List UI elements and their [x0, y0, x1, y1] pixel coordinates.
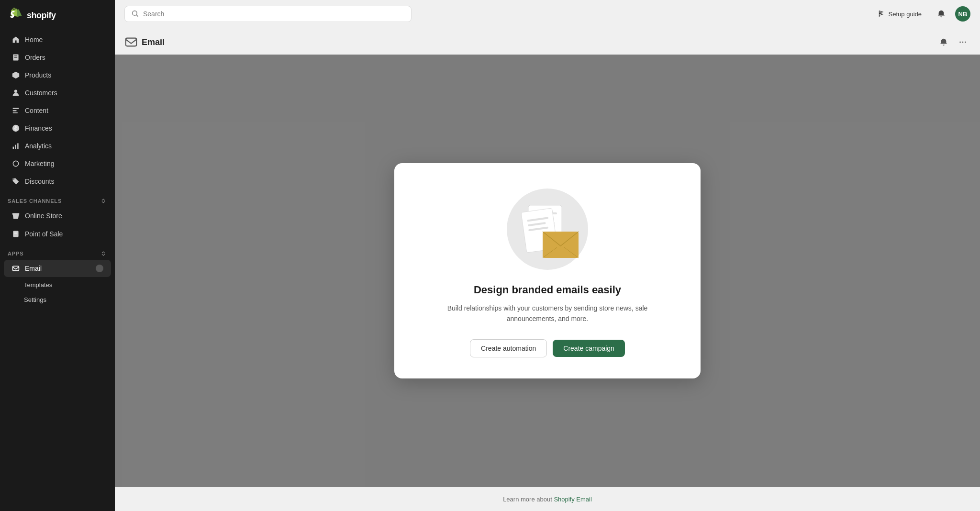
sidebar: shopify Home Orders Products Customers	[0, 0, 115, 511]
dialog-actions: Create automation Create campaign	[470, 339, 625, 357]
bell-icon	[937, 10, 946, 18]
header-bell-button[interactable]	[936, 34, 951, 50]
analytics-icon	[11, 142, 20, 150]
apps-section[interactable]: Apps	[0, 243, 115, 259]
search-icon	[132, 10, 139, 18]
sales-channels-section[interactable]: Sales channels	[0, 190, 115, 207]
page-header: Email	[115, 28, 980, 55]
sidebar-item-pos[interactable]: Point of Sale	[4, 225, 111, 243]
pos-icon	[11, 230, 20, 238]
page-title: Email	[142, 37, 165, 47]
svg-rect-16	[13, 266, 19, 271]
page-header-actions	[936, 34, 970, 50]
sidebar-sub-item-templates[interactable]: Templates	[4, 278, 111, 292]
app-logo[interactable]: shopify	[0, 0, 115, 31]
sidebar-nav: Home Orders Products Customers Content	[0, 31, 115, 190]
sidebar-item-products[interactable]: Products	[4, 67, 111, 84]
topbar: Setup guide NB	[115, 0, 980, 28]
svg-rect-5	[13, 110, 17, 111]
expand-icon	[100, 197, 107, 205]
sidebar-sub-item-settings[interactable]: Settings	[4, 293, 111, 307]
dialog-title: Design branded emails easily	[474, 284, 621, 296]
sidebar-item-finances[interactable]: Finances	[4, 120, 111, 137]
email-nav-icon	[11, 264, 20, 273]
svg-point-19	[959, 42, 961, 43]
content-icon	[11, 106, 20, 115]
sidebar-item-orders[interactable]: Orders	[4, 49, 111, 66]
svg-rect-4	[13, 108, 19, 109]
svg-point-14	[15, 235, 16, 236]
flag-icon	[878, 10, 886, 18]
svg-point-17	[133, 11, 137, 16]
svg-point-3	[14, 90, 17, 93]
home-icon	[11, 35, 20, 44]
svg-rect-10	[17, 143, 18, 149]
finances-icon	[11, 124, 20, 133]
svg-point-20	[962, 42, 964, 43]
notification-button[interactable]	[933, 6, 949, 22]
products-icon	[11, 71, 20, 79]
sidebar-item-email[interactable]: Email	[4, 260, 111, 277]
create-automation-button[interactable]: Create automation	[470, 339, 547, 357]
svg-rect-6	[13, 112, 18, 113]
app-name: shopify	[27, 11, 56, 21]
svg-rect-18	[126, 38, 136, 46]
modal-overlay: Design branded emails easily Build relat…	[115, 55, 980, 487]
svg-point-21	[965, 42, 966, 43]
email-page-icon	[124, 35, 138, 49]
sidebar-item-discounts[interactable]: Discounts	[4, 173, 111, 190]
svg-rect-9	[15, 145, 16, 149]
sidebar-item-content[interactable]: Content	[4, 102, 111, 119]
orders-icon	[11, 53, 20, 62]
sidebar-item-home[interactable]: Home	[4, 31, 111, 48]
sidebar-item-online-store[interactable]: Online Store	[4, 207, 111, 224]
svg-rect-8	[13, 147, 14, 149]
avatar[interactable]: NB	[955, 6, 970, 22]
store-icon	[11, 211, 20, 220]
customers-icon	[11, 89, 20, 97]
main-content: Setup guide NB Email	[115, 0, 980, 511]
header-more-button[interactable]	[955, 34, 970, 50]
email-badge	[96, 265, 103, 272]
svg-point-15	[17, 235, 18, 236]
email-illustration	[504, 186, 590, 272]
learn-more-section: Learn more about Shopify Email	[115, 487, 980, 511]
svg-point-13	[14, 235, 15, 236]
shopify-email-link[interactable]: Shopify Email	[554, 496, 591, 503]
topbar-right: Setup guide NB	[872, 6, 970, 22]
sidebar-item-analytics[interactable]: Analytics	[4, 137, 111, 155]
marketing-icon	[11, 159, 20, 168]
discounts-icon	[11, 177, 20, 186]
create-campaign-button[interactable]: Create campaign	[553, 340, 625, 357]
apps-expand-icon	[100, 250, 107, 257]
search-input[interactable]	[143, 10, 404, 18]
search-container[interactable]	[124, 6, 412, 22]
header-bell-icon	[939, 38, 948, 46]
dialog-description: Build relationships with your customers …	[447, 303, 648, 324]
setup-guide-button[interactable]: Setup guide	[872, 7, 927, 21]
dialog: Design branded emails easily Build relat…	[394, 163, 701, 379]
sidebar-item-customers[interactable]: Customers	[4, 84, 111, 101]
content-area: Design branded emails easily Build relat…	[115, 55, 980, 487]
more-icon	[958, 38, 967, 46]
svg-rect-12	[14, 233, 17, 234]
sidebar-item-marketing[interactable]: Marketing	[4, 155, 111, 172]
shopify-logo-icon	[9, 8, 24, 23]
dialog-illustration	[504, 186, 590, 272]
